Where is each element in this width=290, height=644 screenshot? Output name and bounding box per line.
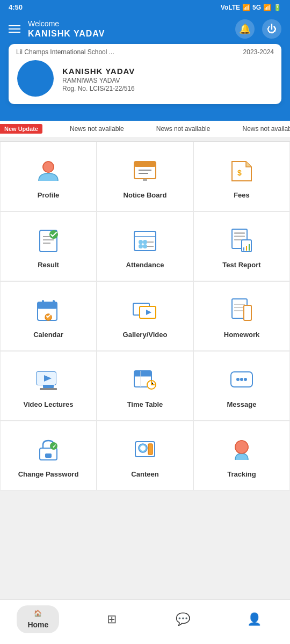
tracking-label: Tracking <box>227 470 256 478</box>
ticker-item-1: News not available <box>54 125 140 133</box>
svg-point-17 <box>143 240 147 244</box>
time-table-label: Time Table <box>127 400 163 408</box>
svg-rect-33 <box>53 300 55 304</box>
notice-board-label: Notice Board <box>124 191 167 199</box>
status-bar: 4:50 VoLTE 📶 5G 📶 🔋 <box>0 0 290 14</box>
svg-rect-32 <box>42 300 44 304</box>
card-header: Lil Champs International School ... 2023… <box>9 44 281 56</box>
message-label: Message <box>227 400 257 408</box>
nav-chat[interactable]: 💬 <box>164 612 202 626</box>
ticker-item-2: News not available <box>140 125 227 133</box>
grid-item-attendance[interactable]: Attendance <box>97 211 193 281</box>
signal-bars: 📶 <box>263 4 271 11</box>
profile-icon <box>33 156 64 187</box>
calendar-label: Calendar <box>33 331 63 339</box>
fees-icon: $ <box>226 156 257 187</box>
news-ticker: New Update News not available News not a… <box>0 121 290 137</box>
nav-home[interactable]: 🏠 Home <box>17 605 59 633</box>
svg-rect-45 <box>40 388 57 390</box>
avatar <box>17 60 54 97</box>
tracking-icon <box>226 435 257 466</box>
header-actions: 🔔 ⏻ <box>235 19 281 39</box>
svg-point-61 <box>140 445 146 451</box>
result-icon <box>33 225 64 257</box>
full-name: KANISHK YADAV <box>62 67 135 76</box>
attendance-icon <box>129 225 161 257</box>
grid-item-gallery-video[interactable]: Gallery/Video <box>97 281 193 351</box>
wifi-icon: 📶 <box>242 4 250 11</box>
header: Welcome KANISHK YADAV 🔔 ⏻ <box>0 14 290 48</box>
header-title: Welcome KANISHK YADAV <box>28 19 105 40</box>
grid-item-calendar[interactable]: Calendar <box>0 281 97 351</box>
grid-item-result[interactable]: Result <box>0 211 97 281</box>
chat-nav-icon: 💬 <box>176 612 190 626</box>
grid-item-fees[interactable]: $ Fees <box>193 142 290 211</box>
svg-text:$: $ <box>237 169 242 177</box>
canteen-icon <box>129 435 161 466</box>
calendar-icon <box>33 295 64 326</box>
notification-button[interactable]: 🔔 <box>235 19 255 39</box>
svg-rect-3 <box>134 162 156 167</box>
notice-board-icon <box>129 156 161 187</box>
svg-point-18 <box>143 244 147 248</box>
grid-item-time-table[interactable]: Time Table <box>97 351 193 421</box>
header-left: Welcome KANISHK YADAV <box>9 19 105 40</box>
message-icon <box>226 365 257 396</box>
menu-grid: Profile Notice Board $ Fees Result Atten… <box>0 141 290 491</box>
status-icons: VoLTE 📶 5G 📶 🔋 <box>221 4 281 11</box>
svg-rect-24 <box>234 239 242 240</box>
svg-rect-56 <box>45 453 52 458</box>
test-report-icon <box>226 225 257 257</box>
parent-name: RAMNIWAS YADAV <box>62 77 135 84</box>
status-time: 4:50 <box>9 3 23 11</box>
battery-icon: 🔋 <box>273 4 281 11</box>
svg-rect-44 <box>43 385 54 388</box>
canteen-label: Canteen <box>131 470 158 478</box>
change-password-icon: ✓ <box>33 435 64 466</box>
grid-item-homework[interactable]: Homework <box>193 281 290 351</box>
svg-point-54 <box>244 378 247 381</box>
user-info: KANISHK YADAV RAMNIWAS YADAV Rog. No. LC… <box>62 67 135 92</box>
gallery-video-icon <box>129 295 161 326</box>
ticker-items: News not available News not available Ne… <box>0 125 290 133</box>
grid-item-message[interactable]: Message <box>193 351 290 421</box>
profile-label: Profile <box>38 191 59 199</box>
svg-point-15 <box>139 240 143 244</box>
profile-nav-icon: 👤 <box>247 612 262 626</box>
signal-text: 5G <box>252 4 261 11</box>
svg-text:✓: ✓ <box>52 443 56 449</box>
grid-item-profile[interactable]: Profile <box>0 142 97 211</box>
svg-rect-22 <box>234 232 245 234</box>
time-table-icon <box>129 365 161 396</box>
user-card: Lil Champs International School ... 2023… <box>9 44 281 104</box>
svg-point-52 <box>236 378 240 381</box>
svg-rect-38 <box>244 305 251 320</box>
homework-label: Homework <box>224 331 259 339</box>
svg-rect-62 <box>148 444 153 455</box>
result-label: Result <box>38 261 59 269</box>
test-report-label: Test Report <box>222 261 260 269</box>
attendance-label: Attendance <box>126 261 164 269</box>
grid-item-tracking[interactable]: Tracking <box>193 421 290 491</box>
svg-point-16 <box>139 244 143 248</box>
hamburger-button[interactable] <box>9 25 20 33</box>
home-label: Home <box>27 620 48 629</box>
power-button[interactable]: ⏻ <box>262 19 281 39</box>
fees-label: Fees <box>234 191 250 199</box>
new-update-badge: New Update <box>0 124 42 134</box>
grid-item-change-password[interactable]: ✓ Change Password <box>0 421 97 491</box>
nav-profile[interactable]: 👤 <box>236 612 273 626</box>
academic-year: 2023-2024 <box>243 48 274 56</box>
welcome-text: Welcome <box>28 19 105 28</box>
svg-rect-47 <box>134 371 151 376</box>
school-name: Lil Champs International School ... <box>16 48 114 56</box>
grid-item-video-lectures[interactable]: Video Lectures <box>0 351 97 421</box>
nav-grid[interactable]: ⊞ <box>93 612 130 626</box>
grid-item-notice-board[interactable]: Notice Board <box>97 142 193 211</box>
grid-item-canteen[interactable]: Canteen <box>97 421 193 491</box>
grid-item-test-report[interactable]: Test Report <box>193 211 290 281</box>
volte-icon: VoLTE <box>221 4 240 11</box>
grid-nav-icon: ⊞ <box>107 612 117 626</box>
svg-rect-23 <box>234 236 245 237</box>
user-name-header: KANISHK YADAV <box>28 28 105 40</box>
